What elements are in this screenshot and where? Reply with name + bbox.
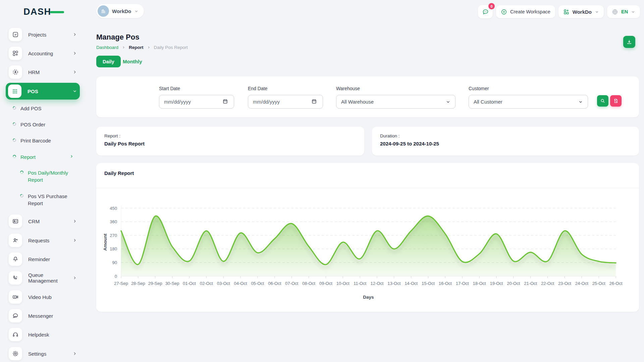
sidebar-item-pos-order[interactable]: POS Order [13, 121, 80, 128]
language-selector[interactable]: EN [607, 5, 640, 18]
calendar-icon[interactable] [311, 99, 317, 106]
sidebar-item-hrm[interactable]: HRM [6, 65, 80, 79]
svg-text:01-Oct: 01-Oct [183, 281, 196, 286]
chevron-right-icon [72, 276, 77, 280]
duration-label: Duration : [380, 133, 400, 138]
sidebar-item-label: Accounting [28, 51, 53, 56]
tab-monthly[interactable]: Monthly [123, 56, 142, 67]
sidebar-item-accounting[interactable]: Accounting [6, 47, 80, 60]
sidebar-item-settings[interactable]: Settings [6, 347, 80, 360]
building-icon [100, 8, 106, 14]
sidebar-item-projects[interactable]: Projects [6, 28, 80, 41]
sidebar-item-messenger[interactable]: Messenger [6, 309, 80, 322]
create-workspace-button[interactable]: Create Workspace [496, 5, 555, 18]
sidebar-item-pos-vs-purchase-report[interactable]: Pos VS Purchase Report [20, 193, 80, 207]
svg-text:19-Oct: 19-Oct [490, 281, 503, 286]
reset-filter-button[interactable] [610, 95, 622, 107]
breadcrumb-link-report[interactable]: Report [129, 45, 144, 50]
customer-select-value: All Customer [474, 99, 502, 105]
gear-icon [9, 347, 22, 360]
workspace-menu-label: WorkDo [573, 9, 592, 15]
sidebar-item-label: Messenger [28, 313, 53, 319]
sidebar-item-print-barcode[interactable]: Print Barcode [13, 137, 80, 144]
customer-select[interactable]: All Customer [469, 95, 588, 109]
sidebar-item-report[interactable]: Report [13, 154, 80, 161]
sidebar-item-label: Helpdesk [28, 332, 49, 338]
svg-text:04-Oct: 04-Oct [234, 281, 247, 286]
sidebar-item-helpdesk[interactable]: Helpdesk [6, 328, 80, 341]
bullet-icon [12, 154, 17, 159]
chevron-right-icon [72, 238, 77, 243]
svg-text:10-Oct: 10-Oct [336, 281, 350, 286]
category-icon [9, 47, 22, 60]
sidebar-item-label: Video Hub [28, 294, 52, 300]
workspace-name: WorkDo [112, 8, 131, 14]
tab-daily[interactable]: Daily [96, 56, 121, 67]
sidebar-item-add-pos[interactable]: Add POS [13, 105, 80, 112]
sidebar-item-label: Report [20, 154, 36, 161]
svg-text:22-Oct: 22-Oct [541, 281, 554, 286]
workspace-menu-button[interactable]: WorkDo [558, 5, 604, 18]
duration-value: 2024-09-25 to 2024-10-25 [380, 141, 439, 146]
svg-text:17-Oct: 17-Oct [456, 281, 469, 286]
sidebar-item-queue-management[interactable]: Queue Management [6, 271, 80, 285]
warehouse-label: Warehouse [336, 86, 360, 91]
bullet-icon [12, 106, 17, 110]
svg-text:18-Oct: 18-Oct [473, 281, 486, 286]
checkbox-icon [9, 28, 22, 41]
globe-icon [612, 9, 618, 15]
chevron-down-icon [72, 89, 77, 94]
phone-icon [9, 271, 22, 285]
sidebar-item-pos-daily-monthly-report[interactable]: Pos Daily/Monthly Report [20, 169, 80, 184]
sidebar-item-crm[interactable]: CRM [6, 215, 80, 228]
breadcrumb: Dashboard Report Daily Pos Report [96, 45, 188, 50]
sidebar-item-label: Add POS [20, 105, 42, 112]
svg-text:0: 0 [115, 274, 117, 279]
chat-bubble-icon [482, 8, 489, 15]
bell-icon [9, 252, 22, 266]
chevron-down-icon [134, 9, 139, 13]
sidebar-item-label: POS Order [20, 121, 45, 128]
svg-text:14-Oct: 14-Oct [405, 281, 418, 286]
report-summary-card: Report : Daily Pos Report [96, 127, 364, 156]
breadcrumb-link-dashboard[interactable]: Dashboard [96, 45, 118, 50]
calendar-icon[interactable] [222, 99, 228, 106]
svg-text:24-Oct: 24-Oct [575, 281, 588, 286]
chevron-right-icon [72, 51, 77, 56]
bullet-icon [19, 193, 24, 198]
sidebar-item-requests[interactable]: Requests [6, 234, 80, 247]
chevron-down-icon [595, 10, 599, 14]
daily-report-card: Daily Report 09018027036045027-Sep28-Sep… [96, 163, 639, 312]
search-button[interactable] [597, 95, 608, 107]
sidebar-item-label: Projects [28, 32, 46, 38]
clear-filter-icon [613, 98, 619, 104]
chevron-right-icon [147, 46, 151, 49]
svg-text:360: 360 [110, 219, 117, 224]
chevron-right-icon [72, 70, 77, 74]
sidebar-item-label: Pos Daily/Monthly Report [28, 169, 75, 184]
svg-text:29-Sep: 29-Sep [148, 281, 162, 286]
sidebar-item-label: CRM [28, 219, 40, 224]
chevron-right-icon [72, 219, 77, 224]
user-plus-icon [9, 234, 22, 247]
warehouse-select[interactable]: All Warehouse [336, 95, 455, 109]
chat-badge: 0 [488, 3, 495, 9]
workspace-switcher[interactable]: WorkDo [96, 4, 144, 18]
svg-text:16-Oct: 16-Oct [439, 281, 452, 286]
svg-text:08-Oct: 08-Oct [302, 281, 315, 286]
sidebar-item-label: Settings [28, 351, 46, 357]
svg-text:11-Oct: 11-Oct [354, 281, 366, 286]
download-icon [626, 39, 632, 45]
orbit-person-icon [9, 65, 22, 79]
warehouse-select-value: All Warehouse [341, 99, 374, 105]
daily-report-area-chart: 09018027036045027-Sep28-Sep29-Sep30-Sep0… [102, 200, 635, 304]
end-date-label: End Date [248, 86, 267, 91]
download-report-button[interactable] [623, 36, 635, 48]
app-logo[interactable]: DASH [23, 7, 67, 17]
page-title: Manage Pos [96, 33, 139, 42]
sidebar-item-reminder[interactable]: Reminder [6, 252, 80, 266]
sidebar-item-video-hub[interactable]: Video Hub [6, 290, 80, 304]
chat-button[interactable]: 0 [478, 5, 493, 18]
report-label: Report : [104, 133, 120, 138]
sidebar-item-pos[interactable]: POS [6, 83, 80, 100]
